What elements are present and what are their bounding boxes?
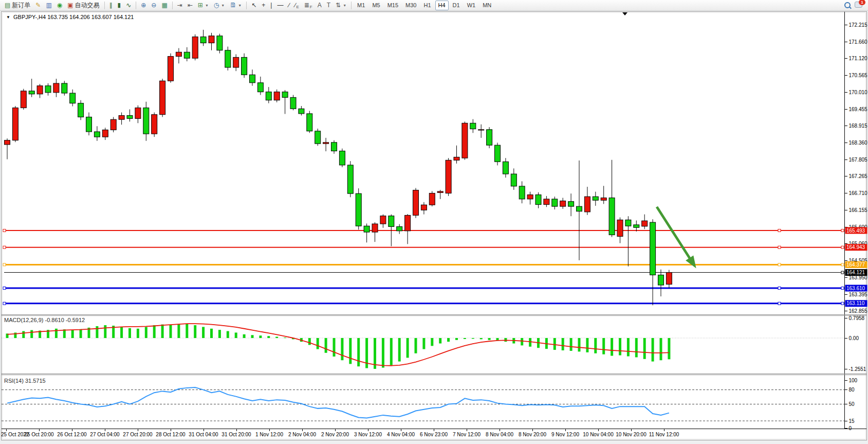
- zoom-in-icon: ⊕: [141, 1, 146, 10]
- time-tick-label: 27 Oct 20:00: [123, 432, 153, 437]
- macd-histogram-bar: [447, 338, 450, 342]
- macd-histogram-bar: [349, 338, 352, 364]
- line-anchor-handle[interactable]: [778, 229, 781, 232]
- timeframe-button-mn[interactable]: MN: [479, 1, 494, 10]
- macd-histogram-bar: [137, 329, 139, 338]
- macd-histogram-bar: [275, 337, 278, 338]
- trendline-button[interactable]: ∕: [286, 1, 291, 10]
- text-label-button[interactable]: T: [325, 1, 333, 10]
- macd-histogram-bar: [145, 327, 147, 338]
- macd-histogram-bar: [578, 338, 581, 351]
- channel-button[interactable]: ∕E: [292, 1, 301, 10]
- toolbar-separator: [172, 2, 173, 9]
- candle: [462, 123, 468, 158]
- zoom-out-button[interactable]: ⊖: [149, 1, 158, 10]
- candle: [127, 115, 133, 118]
- candle: [658, 275, 664, 285]
- axis-anchor-handle: [841, 287, 844, 290]
- timeframe-button-m15[interactable]: M15: [384, 1, 401, 10]
- candle: [372, 224, 378, 232]
- toolbar-right-group: 1: [844, 2, 865, 9]
- period-button[interactable]: ◷▼: [212, 1, 227, 10]
- styler-button[interactable]: ✎: [33, 1, 43, 10]
- new-chart-icon: ⊞: [198, 1, 203, 10]
- time-tick-label: 11 Nov 12:00: [649, 432, 679, 437]
- timeframe-button-d1[interactable]: D1: [450, 1, 463, 10]
- macd-histogram-bar: [71, 330, 74, 338]
- horizontal-line-button[interactable]: —: [275, 1, 285, 10]
- macd-histogram-bar: [55, 329, 58, 338]
- macd-histogram-bar: [398, 338, 401, 362]
- macd-histogram-bar: [30, 330, 33, 338]
- zoom-out-icon: ⊖: [151, 1, 156, 10]
- line-anchor-handle[interactable]: [3, 246, 6, 248]
- timeframe-button-m30[interactable]: M30: [402, 1, 419, 10]
- timeframe-button-h1[interactable]: H1: [420, 1, 434, 10]
- bar-chart-button[interactable]: ∥: [107, 1, 115, 10]
- timeframe-button-m1[interactable]: M1: [354, 1, 368, 10]
- cursor-button[interactable]: ↖: [249, 1, 258, 10]
- line-anchor-handle[interactable]: [3, 263, 6, 266]
- line-anchor-handle[interactable]: [3, 302, 6, 305]
- macd-histogram-bar: [170, 325, 172, 338]
- price-label-chip-text: 164.377: [846, 262, 865, 268]
- price-tick-label: 168.915: [849, 123, 868, 129]
- price-tick-label: 172.215: [849, 22, 868, 28]
- candle: [413, 190, 419, 216]
- new-chart-button[interactable]: ⊞▼: [196, 1, 211, 10]
- candlestick-chart-button[interactable]: ▮: [116, 1, 123, 10]
- macd-histogram-bar: [96, 326, 98, 338]
- line-anchor-handle[interactable]: [778, 263, 781, 266]
- candle: [135, 108, 141, 119]
- fibonacci-button[interactable]: ≣F: [302, 1, 315, 10]
- signals-button[interactable]: ◉: [55, 1, 64, 10]
- vertical-line-icon: |: [270, 1, 272, 10]
- candle: [650, 222, 656, 275]
- line-anchor-handle[interactable]: [778, 287, 781, 290]
- auto-trading-label: 自动交易: [75, 1, 100, 10]
- crosshair-icon: +: [262, 1, 265, 10]
- timeframe-button-m5[interactable]: M5: [369, 1, 383, 10]
- candle: [446, 160, 451, 193]
- line-anchor-handle[interactable]: [778, 302, 781, 305]
- price-label-chip-text: 165.493: [846, 228, 865, 234]
- axis-anchor-handle: [841, 229, 844, 232]
- candle: [282, 92, 288, 98]
- candle: [511, 174, 516, 186]
- search-icon[interactable]: [844, 2, 851, 8]
- macd-histogram-bar: [627, 338, 630, 357]
- price-tick-label: 171.660: [849, 39, 868, 45]
- notifications-button[interactable]: 1: [855, 2, 862, 9]
- new-order-button[interactable]: ▤新订单: [3, 1, 32, 10]
- chart-window[interactable]: 172.215171.660171.120170.565170.010169.4…: [0, 11, 868, 444]
- market-watch-icon: ▥: [46, 1, 51, 10]
- chart-context-arrow-icon[interactable]: ▼: [6, 15, 10, 20]
- line-chart-button[interactable]: ∿: [124, 1, 133, 10]
- text-button[interactable]: A: [316, 1, 324, 10]
- timeframe-button-w1[interactable]: W1: [464, 1, 479, 10]
- line-anchor-handle[interactable]: [3, 229, 6, 232]
- templates-button[interactable]: 🖺▼: [228, 1, 244, 10]
- tile-windows-button[interactable]: ▦: [159, 1, 169, 10]
- price-tick-label: 166.155: [849, 207, 868, 213]
- candle: [45, 86, 51, 93]
- candle: [315, 131, 321, 144]
- arrows-button[interactable]: ⇅▼: [334, 1, 348, 10]
- toolbar-separator: [136, 2, 136, 9]
- price-tick-label: 162.855: [849, 308, 868, 314]
- price-label-chip-text: 164.943: [846, 244, 865, 250]
- market-watch-button[interactable]: ▥: [44, 1, 53, 10]
- macd-histogram-bar: [308, 338, 311, 345]
- auto-trading-button[interactable]: ▣自动交易: [65, 1, 101, 10]
- crosshair-button[interactable]: +: [260, 1, 267, 10]
- vertical-line-button[interactable]: |: [268, 1, 274, 10]
- line-anchor-handle[interactable]: [3, 287, 6, 290]
- zoom-in-button[interactable]: ⊕: [139, 1, 148, 10]
- timeframe-button-h4[interactable]: H4: [435, 1, 449, 10]
- macd-histogram-bar: [104, 325, 106, 338]
- macd-histogram-bar: [382, 338, 384, 368]
- line-anchor-handle[interactable]: [778, 246, 781, 248]
- rsi-label: RSI(14) 31.5715: [4, 378, 46, 384]
- chart-shift-button[interactable]: ⇤: [186, 1, 195, 10]
- auto-scroll-button[interactable]: ⇥: [175, 1, 184, 10]
